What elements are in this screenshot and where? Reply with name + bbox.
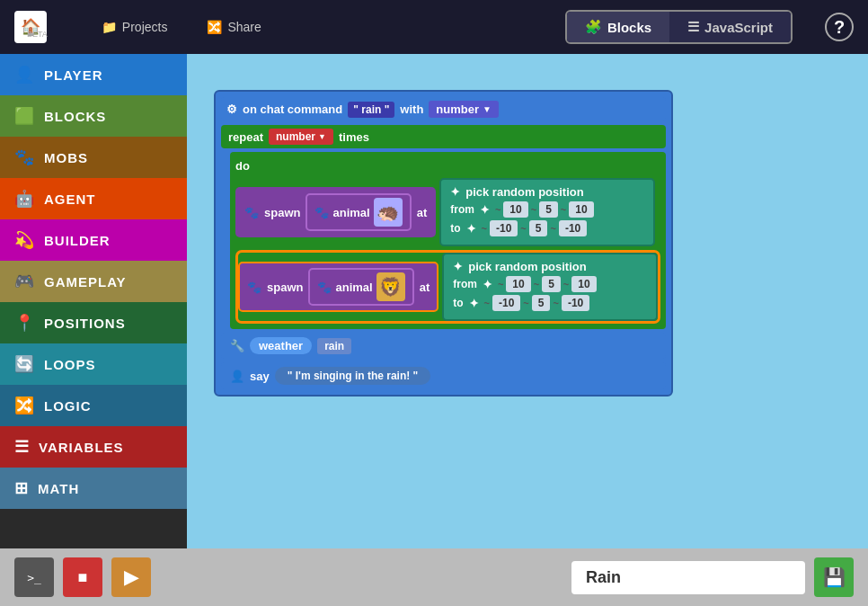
sidebar-label-blocks: BLOCKS [44,109,106,124]
share-button[interactable]: 🔀 Share [196,14,271,40]
pick-from-row-2: from ✦ ~ 10 ~ 5 ~ 10 [453,276,647,292]
blocks-icon: 🟩 [14,106,35,126]
sidebar-item-loops[interactable]: 🔄 LOOPS [0,343,187,385]
variables-icon: ☰ [14,437,30,457]
positions-icon: 📍 [14,313,35,333]
agent-icon: 🤖 [14,189,35,209]
animal-pill-2[interactable]: 🐾 animal 🦁 [308,268,413,306]
coord-from-y-2[interactable]: 5 [542,276,561,292]
animal-label-1: animal [332,206,369,219]
spawn-label-2: spawn [267,281,303,294]
number-pill[interactable]: number ▼ [429,101,499,118]
weather-label: weather [250,337,312,354]
chat-value[interactable]: " rain " [348,102,394,118]
say-block: 👤 say " I'm singing in the rain! " [221,362,666,389]
coord-from-2: ~ 10 ~ 5 ~ 10 [498,276,597,292]
sidebar-item-agent[interactable]: 🤖 AGENT [0,178,187,219]
math-icon: ⊞ [14,478,29,498]
sidebar-label-builder: BUILDER [44,233,111,248]
on-chat-label: on chat command [243,102,342,116]
share-icon: 🔀 [207,20,222,34]
sidebar-item-variables[interactable]: ☰ VARIABLES [0,426,187,468]
share-label: Share [227,20,261,34]
sidebar-item-player[interactable]: 👤 PLAYER [0,54,187,95]
sidebar-item-builder[interactable]: 💫 BUILDER [0,219,187,261]
projects-button[interactable]: 📁 Projects [91,14,179,40]
coord-from-y-1[interactable]: 5 [539,201,558,218]
coord-to-z-2[interactable]: -10 [562,295,589,311]
weather-block: 🔧 weather rain [221,333,666,359]
sidebar-label-variables: VARIABLES [39,440,124,455]
sidebar-item-blocks[interactable]: 🟩 BLOCKS [0,95,187,137]
at-label-2: at [420,281,430,294]
sidebar-label-agent: AGENT [44,192,96,207]
stop-button[interactable]: ■ [63,557,102,597]
coord-to-x-1[interactable]: -10 [490,220,518,236]
rain-label[interactable]: rain [317,338,351,354]
sidebar-label-math: MATH [38,481,79,496]
plus-icon-from-2: ✦ [483,278,492,291]
pick-header-row-1: ✦ pick random position [450,185,644,199]
say-label: say [250,370,270,383]
loops-icon: 🔄 [14,354,35,374]
sidebar-label-player: PLAYER [44,67,102,83]
coord-to-2: ~ -10 ~ 5 ~ -10 [484,295,590,311]
project-name-input[interactable] [571,561,805,594]
coord-to-x-2[interactable]: -10 [492,295,520,311]
sidebar-item-math[interactable]: ⊞ MATH [0,468,187,509]
save-button[interactable]: 💾 [814,557,854,597]
sidebar-label-positions: POSITIONS [44,316,126,331]
beta-badge: BETA [27,30,48,39]
coord-from-x-1[interactable]: 10 [503,201,527,218]
sidebar-item-gameplay[interactable]: 🎮 GAMEPLAY [0,261,187,302]
animal-icon-2: 🦁 [376,272,405,301]
number-var-pill[interactable]: number ▼ [269,129,333,145]
at-label-1: at [417,206,428,219]
player-icon: 👤 [14,65,35,85]
spawn-label-1: spawn [264,206,300,219]
spawn-row-2[interactable]: 🐾 spawn 🐾 animal 🦁 at [238,262,438,312]
puzzle-icon: 🧩 [585,19,602,35]
folder-icon: 📁 [102,20,117,34]
top-bar: 🏠 BETA 📁 Projects 🔀 Share 🧩 Blocks ☰ Jav… [0,0,868,54]
coord-from-z-1[interactable]: 10 [569,201,593,218]
say-text[interactable]: " I'm singing in the rain! " [275,367,431,385]
animal-pill-1[interactable]: 🐾 animal 🦔 [306,193,411,231]
coord-from-x-2[interactable]: 10 [506,276,530,292]
tab-javascript[interactable]: ☰ JavaScript [669,12,791,42]
help-label: ? [834,17,845,38]
sidebar-item-logic[interactable]: 🔀 LOGIC [0,385,187,426]
help-button[interactable]: ? [825,13,854,41]
sidebar-item-positions[interactable]: 📍 POSITIONS [0,302,187,343]
canvas-area[interactable]: ⚙ on chat command " rain " with number ▼… [187,54,868,548]
coord-to-y-1[interactable]: 5 [529,220,548,236]
coord-to-z-1[interactable]: -10 [559,220,587,236]
spawn-row-1[interactable]: 🐾 spawn 🐾 animal 🦔 at [235,187,436,237]
sidebar: 👤 PLAYER 🟩 BLOCKS 🐾 MOBS 🤖 AGENT 💫 BUILD… [0,54,187,548]
sidebar-label-gameplay: GAMEPLAY [44,274,127,290]
sidebar-label-loops: LOOPS [44,357,96,372]
terminal-button[interactable]: >_ [14,557,54,597]
coord-to-y-2[interactable]: 5 [532,295,551,311]
blocks-tab-label: Blocks [607,20,651,35]
pick-to-row-1: to ✦ ~ -10 ~ 5 ~ -10 [450,220,644,236]
coord-from-z-2[interactable]: 10 [571,276,596,292]
bottom-bar: >_ ■ ▶ 💾 [0,548,868,606]
pick-from-row-1: from ✦ ~ 10 ~ 5 ~ 10 [450,201,644,218]
sidebar-item-mobs[interactable]: 🐾 MOBS [0,137,187,178]
animal-label-2: animal [335,281,372,294]
paw-icon-animal-1: 🐾 [314,206,329,219]
save-icon: 💾 [823,566,846,588]
terminal-icon: >_ [27,571,41,584]
paw-icon-1: 🐾 [244,206,259,219]
from-label-1: from [450,203,474,216]
play-button[interactable]: ▶ [111,557,151,597]
times-label: times [339,130,369,144]
js-icon: ☰ [687,19,699,35]
from-label-2: from [453,278,477,290]
outer-block: ⚙ on chat command " rain " with number ▼… [214,90,673,397]
pick-random-label-1: pick random position [465,185,583,199]
repeat-label: repeat [228,130,263,144]
tab-blocks[interactable]: 🧩 Blocks [565,10,671,44]
sidebar-label-mobs: MOBS [44,150,88,165]
